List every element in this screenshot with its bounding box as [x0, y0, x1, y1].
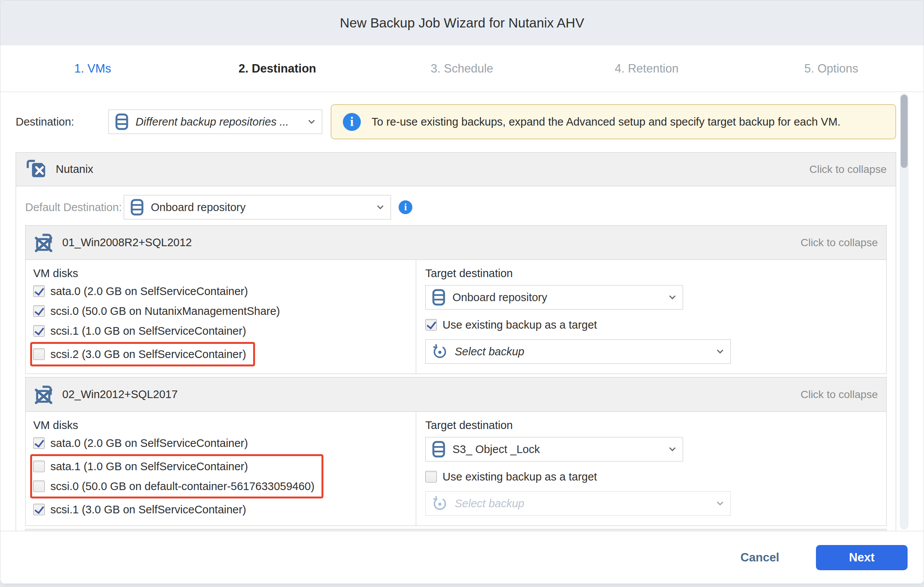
disk-checkbox[interactable] [33, 461, 45, 472]
wizard-dialog: New Backup Job Wizard for Nutanix AHV 1.… [0, 0, 924, 584]
disk-checkbox[interactable] [33, 325, 45, 336]
footer: Cancel Next [0, 531, 924, 584]
vm-name: 01_Win2008R2+SQL2012 [62, 236, 192, 249]
vm-name: 02_Win2012+SQL2017 [62, 388, 178, 401]
scrollbar-thumb[interactable] [901, 95, 908, 168]
vm-list: 01_Win2008R2+SQL2012 Click to collapse V… [25, 225, 886, 531]
vm-disks-column: VM disks sata.0 (2.0 GB on SelfServiceCo… [26, 260, 416, 374]
destination-dropdown[interactable]: Different backup repositories ... [109, 110, 322, 134]
vm-disks-title: VM disks [33, 265, 416, 281]
wizard-step-5[interactable]: 5. Options [739, 62, 924, 76]
chevron-down-icon [669, 447, 676, 452]
target-destination-column: Target destination S3_ Object _Lock Use … [416, 412, 886, 526]
page: New Backup Job Wizard for Nutanix AHV 1.… [0, 0, 924, 587]
target-destination-title: Target destination [425, 265, 886, 281]
info-icon: i [343, 113, 361, 131]
disk-checkbox[interactable] [33, 504, 45, 515]
wizard-step-1[interactable]: 1. VMs [0, 62, 185, 76]
wizard-step-3[interactable]: 3. Schedule [370, 62, 554, 76]
nutanix-group-body: Default Destination: Onboard repository … [16, 186, 896, 531]
collapse-hint[interactable]: Click to collapse [801, 237, 878, 249]
highlight-box: sata.1 (1.0 GB on SelfServiceContainer) … [30, 454, 323, 498]
chevron-down-icon [669, 295, 676, 300]
target-destination-dropdown[interactable]: Onboard repository [425, 285, 683, 310]
use-existing-backup-checkbox[interactable] [425, 319, 437, 330]
chevron-down-icon [717, 501, 724, 506]
vm-section-header[interactable]: 03_Win2012R2+SQL2017 Click to collapse [26, 529, 886, 531]
repository-icon [432, 441, 446, 458]
default-destination-dropdown[interactable]: Onboard repository [124, 195, 391, 219]
content-scroll-area: Destination: Different backup repositori… [0, 92, 924, 531]
disk-checkbox[interactable] [33, 305, 45, 317]
vm-section: 02_Win2012+SQL2017 Click to collapse VM … [25, 377, 886, 526]
use-existing-backup-checkbox[interactable] [425, 471, 437, 482]
titlebar: New Backup Job Wizard for Nutanix AHV [0, 0, 924, 45]
info-icon[interactable]: i [399, 200, 412, 214]
chevron-down-icon [377, 205, 384, 209]
info-banner-text: To re-use existing backups, expand the A… [371, 115, 840, 128]
select-backup-dropdown[interactable]: Select backup [425, 339, 731, 364]
backup-restore-icon [432, 495, 448, 511]
wizard-step-4[interactable]: 4. Retention [554, 62, 739, 76]
vm-disks-column: VM disks sata.0 (2.0 GB on SelfServiceCo… [26, 412, 416, 526]
use-existing-backup-row[interactable]: Use existing backup as a target [425, 315, 886, 335]
collapse-hint[interactable]: Click to collapse [809, 163, 886, 176]
disk-checkbox[interactable] [33, 437, 45, 449]
next-button[interactable]: Next [816, 545, 908, 570]
nutanix-group: Nutanix Click to collapse Default Destin… [16, 152, 896, 531]
nutanix-group-header[interactable]: Nutanix Click to collapse [16, 153, 896, 186]
vm-section-header[interactable]: 01_Win2008R2+SQL2012 Click to collapse [26, 226, 886, 260]
repository-icon [432, 289, 446, 306]
disk-checkbox-row[interactable]: sata.1 (1.0 GB on SelfServiceContainer) [33, 457, 315, 477]
backup-restore-icon [432, 343, 448, 359]
info-banner: i To re-use existing backups, expand the… [331, 104, 896, 139]
target-destination-title: Target destination [425, 417, 886, 433]
vm-section-header[interactable]: 02_Win2012+SQL2017 Click to collapse [26, 378, 886, 412]
destination-row: Destination: Different backup repositori… [16, 104, 896, 139]
use-existing-backup-row[interactable]: Use existing backup as a target [425, 467, 886, 486]
chevron-down-icon [308, 119, 315, 124]
select-backup-dropdown[interactable]: Select backup [425, 491, 731, 516]
vm-icon [34, 384, 54, 406]
default-destination-label: Default Destination: [25, 201, 124, 214]
vm-section: 01_Win2008R2+SQL2012 Click to collapse V… [25, 225, 886, 374]
target-destination-dropdown[interactable]: S3_ Object _Lock [425, 437, 683, 462]
default-destination-row: Default Destination: Onboard repository … [25, 195, 886, 220]
target-destination-column: Target destination Onboard repository Us… [416, 260, 886, 374]
nutanix-cluster-icon [25, 158, 47, 181]
collapse-hint[interactable]: Click to collapse [801, 389, 878, 401]
vm-icon [34, 232, 54, 254]
disk-checkbox-row[interactable]: scsi.1 (3.0 GB on SelfServiceContainer) [33, 500, 416, 519]
disk-checkbox[interactable] [33, 285, 45, 297]
vm-disks-title: VM disks [33, 417, 416, 433]
destination-label: Destination: [16, 115, 109, 128]
repository-icon [130, 199, 144, 216]
disk-checkbox-row[interactable]: scsi.0 (50.0 GB on NutanixManagementShar… [33, 301, 416, 321]
nutanix-group-title: Nutanix [56, 163, 93, 176]
chevron-down-icon [717, 349, 724, 354]
wizard-step-2[interactable]: 2. Destination [185, 62, 370, 76]
disk-checkbox-row[interactable]: scsi.1 (1.0 GB on SelfServiceContainer) [33, 321, 416, 341]
disk-checkbox-row[interactable]: sata.0 (2.0 GB on SelfServiceContainer) [33, 281, 416, 301]
vm-section-body: VM disks sata.0 (2.0 GB on SelfServiceCo… [26, 412, 886, 526]
vm-section-body: VM disks sata.0 (2.0 GB on SelfServiceCo… [26, 260, 886, 374]
destination-value: Different backup repositories ... [135, 115, 301, 128]
disk-checkbox[interactable] [33, 348, 45, 360]
vertical-scrollbar[interactable] [900, 94, 908, 529]
default-destination-value: Onboard repository [151, 201, 370, 214]
disk-checkbox-row[interactable]: sata.0 (2.0 GB on SelfServiceContainer) [33, 433, 416, 453]
disk-checkbox-row[interactable]: scsi.0 (50.0 GB on default-container-561… [33, 477, 315, 496]
wizard-title: New Backup Job Wizard for Nutanix AHV [340, 15, 584, 31]
vm-section: 03_Win2012R2+SQL2017 Click to collapse [25, 529, 886, 531]
highlight-box: scsi.2 (3.0 GB on SelfServiceContainer) [30, 342, 255, 366]
disk-checkbox-row[interactable]: scsi.2 (3.0 GB on SelfServiceContainer) [33, 344, 246, 364]
cancel-button[interactable]: Cancel [740, 551, 779, 564]
disk-checkbox[interactable] [33, 480, 45, 492]
repository-icon [115, 113, 129, 130]
wizard-steps: 1. VMs2. Destination3. Schedule4. Retent… [0, 45, 924, 92]
